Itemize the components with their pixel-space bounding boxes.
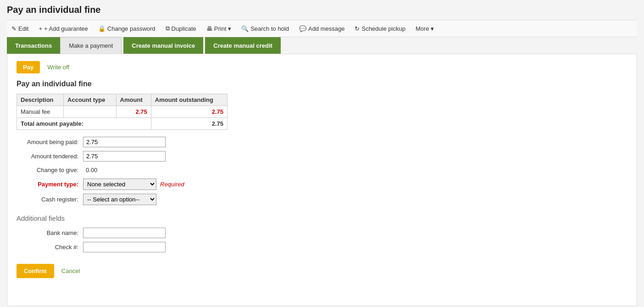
- print-icon: 🖶: [206, 25, 212, 32]
- edit-button[interactable]: ✎ Edit: [7, 23, 33, 34]
- duplicate-icon: ⧉: [166, 25, 170, 32]
- change-to-give-row: Change to give: 0.00: [17, 165, 627, 175]
- tab-create-invoice[interactable]: Create manual invoice: [123, 37, 203, 54]
- add-guarantee-button[interactable]: + + Add guarantee: [34, 23, 92, 34]
- amount-being-paid-row: Amount being paid:: [17, 137, 627, 147]
- search-icon: 🔍: [241, 25, 249, 32]
- bank-name-label: Bank name:: [17, 229, 83, 236]
- more-button[interactable]: More ▾: [411, 23, 439, 34]
- refresh-icon: ↻: [355, 25, 360, 32]
- col-account-type: Account type: [64, 94, 117, 106]
- cash-register-label: Cash register:: [17, 196, 83, 203]
- total-value: 2.75: [151, 118, 227, 130]
- plus-icon: +: [39, 25, 42, 32]
- toolbar: ✎ Edit + + Add guarantee 🔒 Change passwo…: [7, 20, 637, 37]
- confirm-button[interactable]: Confirm: [17, 264, 54, 278]
- amount-tendered-input[interactable]: [83, 151, 166, 162]
- change-password-button[interactable]: 🔒 Change password: [94, 23, 160, 34]
- duplicate-button[interactable]: ⧉ Duplicate: [161, 23, 201, 34]
- add-message-button[interactable]: 💬 Add message: [294, 23, 350, 34]
- col-amount: Amount: [116, 94, 151, 106]
- print-button[interactable]: 🖶 Print ▾: [202, 23, 236, 34]
- cell-amount-outstanding: 2.75: [151, 106, 227, 118]
- cash-register-row: Cash register: -- Select an option--: [17, 194, 627, 205]
- check-row: Check #:: [17, 242, 627, 252]
- bottom-bar: Confirm Cancel: [17, 259, 627, 278]
- cell-description: Manual fee: [17, 106, 64, 118]
- required-text: Required: [160, 181, 184, 188]
- cancel-button[interactable]: Cancel: [58, 264, 83, 278]
- schedule-pickup-button[interactable]: ↻ Schedule pickup: [350, 23, 410, 34]
- col-description: Description: [17, 94, 64, 106]
- pay-button[interactable]: Pay: [17, 61, 40, 73]
- check-label: Check #:: [17, 244, 83, 251]
- tab-create-credit[interactable]: Create manual credit: [205, 37, 281, 54]
- cell-account-type: [64, 106, 117, 118]
- bank-name-row: Bank name:: [17, 228, 627, 238]
- amount-being-paid-input[interactable]: [83, 137, 166, 147]
- amount-being-paid-label: Amount being paid:: [17, 139, 83, 145]
- section-title: Pay an individual fine: [17, 80, 627, 88]
- tab-bar: Transactions Make a payment Create manua…: [7, 37, 637, 54]
- table-row: Manual fee 2.75 2.75: [17, 106, 228, 118]
- edit-icon: ✎: [11, 25, 17, 32]
- page-title: Pay an individual fine: [7, 5, 637, 15]
- amount-tendered-label: Amount tendered:: [17, 153, 83, 160]
- message-icon: 💬: [299, 25, 306, 32]
- writeoff-button[interactable]: Write off: [44, 61, 73, 73]
- payment-type-label: Payment type:: [17, 181, 83, 188]
- payment-form: Amount being paid: Amount tendered: Chan…: [17, 137, 627, 205]
- additional-fields-title: Additional fields: [17, 214, 627, 222]
- col-amount-outstanding: Amount outstanding: [151, 94, 227, 106]
- cash-register-select[interactable]: -- Select an option--: [83, 194, 156, 205]
- change-to-give-value: 0.00: [83, 165, 100, 175]
- bank-name-input[interactable]: [83, 228, 166, 238]
- total-row: Total amount payable: 2.75: [17, 118, 228, 130]
- check-input[interactable]: [83, 242, 166, 252]
- change-to-give-label: Change to give:: [17, 167, 83, 173]
- content-area: Pay Write off Pay an individual fine Des…: [7, 54, 637, 306]
- fine-table: Description Account type Amount Amount o…: [17, 94, 228, 130]
- action-bar: Pay Write off: [17, 61, 627, 73]
- tab-transactions[interactable]: Transactions: [7, 37, 60, 54]
- search-to-hold-button[interactable]: 🔍 Search to hold: [237, 23, 294, 34]
- payment-type-row: Payment type: None selected Required: [17, 179, 627, 190]
- lock-icon: 🔒: [98, 25, 105, 32]
- additional-fields-section: Additional fields Bank name: Check #:: [17, 214, 627, 252]
- cell-amount: 2.75: [116, 106, 151, 118]
- total-label: Total amount payable:: [17, 118, 151, 130]
- amount-tendered-row: Amount tendered:: [17, 151, 627, 162]
- tab-make-payment[interactable]: Make a payment: [60, 37, 122, 54]
- payment-type-select[interactable]: None selected: [83, 179, 156, 190]
